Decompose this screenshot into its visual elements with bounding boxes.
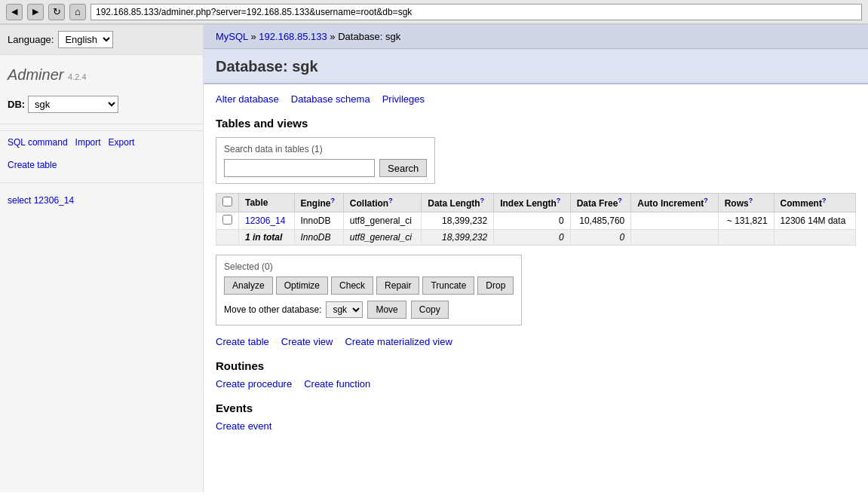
th-comment: Comment? (774, 194, 855, 212)
db-header: Database: sgk (204, 49, 868, 84)
database-schema-link[interactable]: Database schema (291, 93, 370, 105)
home-button[interactable]: ⌂ (69, 4, 86, 20)
forward-button[interactable]: ▶ (27, 4, 44, 20)
url-text: 192.168.85.133/adminer.php?server=192.16… (96, 7, 412, 17)
tables-table: Table Engine? Collation? Data Length? In (216, 193, 856, 246)
row-engine: InnoDB (294, 212, 343, 230)
db-row: DB: sgk (0, 91, 203, 118)
check-button[interactable]: Check (331, 277, 373, 295)
row-checkbox[interactable] (222, 215, 232, 225)
main-content: MySQL » 192.168.85.133 » Database: sgk D… (204, 25, 868, 492)
repair-button[interactable]: Repair (376, 277, 419, 295)
sidebar-select-section: select 12306_14 (0, 189, 203, 212)
back-button[interactable]: ◀ (6, 4, 23, 20)
table-row: 12306_14 InnoDB utf8_general_ci 18,399,2… (216, 212, 856, 230)
search-input[interactable] (224, 159, 375, 177)
create-view-link[interactable]: Create view (281, 336, 333, 347)
total-index-length: 0 (494, 230, 570, 246)
row-data-length: 18,399,232 (422, 212, 494, 230)
row-index-length: 0 (494, 212, 570, 230)
refresh-button[interactable]: ↻ (48, 4, 65, 20)
import-link[interactable]: Import (75, 137, 101, 148)
search-row: Search (224, 159, 427, 177)
language-select[interactable]: English (58, 31, 113, 48)
total-auto-increment (631, 230, 718, 246)
row-collation: utf8_general_ci (343, 212, 421, 230)
select-all-checkbox[interactable] (222, 197, 232, 206)
row-data-free: 10,485,760 (570, 212, 631, 230)
breadcrumb-database: Database: sgk (338, 31, 400, 42)
move-button[interactable]: Move (367, 301, 406, 319)
copy-button[interactable]: Copy (411, 301, 449, 319)
move-label: Move to other database: (224, 304, 321, 315)
th-collation: Collation? (343, 194, 421, 212)
total-row: 1 in total InnoDB utf8_general_ci 18,399… (216, 230, 856, 246)
optimize-button[interactable]: Optimize (276, 277, 328, 295)
selected-box: Selected (0) Analyze Optimize Check Repa… (216, 255, 522, 325)
th-rows: Rows? (718, 194, 774, 212)
total-engine: InnoDB (294, 230, 343, 246)
th-table: Table (239, 194, 295, 212)
drop-button[interactable]: Drop (477, 277, 514, 295)
selected-box-label: Selected (0) (224, 261, 514, 272)
sidebar-select-link[interactable]: select 12306_14 (8, 194, 195, 207)
move-row: Move to other database: sgk Move Copy (224, 301, 514, 319)
total-data-length: 18,399,232 (422, 230, 494, 246)
routines-title: Routines (216, 359, 856, 372)
breadcrumb-server[interactable]: 192.168.85.133 (259, 31, 327, 42)
total-checkbox-cell (216, 230, 239, 246)
page-layout: Language: English Adminer 4.2.4 DB: sgk … (0, 25, 868, 492)
sql-command-link[interactable]: SQL command (8, 137, 68, 148)
total-comment (774, 230, 855, 246)
sidebar-create-table-link[interactable]: Create table (8, 158, 195, 172)
content-body: Alter database Database schema Privilege… (204, 84, 868, 441)
breadcrumb-sep2: » (330, 31, 335, 42)
browser-chrome: ◀ ▶ ↻ ⌂ 192.168.85.133/adminer.php?serve… (0, 0, 868, 25)
language-label: Language: (8, 34, 54, 45)
alter-database-link[interactable]: Alter database (216, 93, 279, 105)
th-engine: Engine? (294, 194, 343, 212)
analyze-button[interactable]: Analyze (224, 277, 273, 295)
total-collation: utf8_general_ci (343, 230, 421, 246)
page-title: Database: sgk (216, 58, 856, 75)
sidebar-divider (0, 124, 203, 124)
breadcrumb-sep1: » (250, 31, 256, 42)
privileges-link[interactable]: Privileges (382, 93, 425, 105)
export-link[interactable]: Export (109, 137, 135, 148)
table-name-link[interactable]: 12306_14 (245, 215, 285, 226)
browser-toolbar: ◀ ▶ ↻ ⌂ 192.168.85.133/adminer.php?serve… (0, 0, 868, 24)
th-data-length: Data Length? (422, 194, 494, 212)
move-select[interactable]: sgk (326, 301, 363, 318)
sidebar-divider2 (0, 182, 203, 183)
row-checkbox-cell (216, 212, 239, 230)
breadcrumb-bar: MySQL » 192.168.85.133 » Database: sgk (204, 25, 868, 49)
row-table-name: 12306_14 (239, 212, 295, 230)
total-label: 1 in total (239, 230, 295, 246)
db-select[interactable]: sgk (28, 96, 118, 113)
total-data-free: 0 (570, 230, 631, 246)
breadcrumb-mysql[interactable]: MySQL (216, 31, 248, 42)
create-event-link[interactable]: Create event (216, 420, 271, 432)
tables-section-title: Tables and views (216, 117, 856, 130)
th-data-free: Data Free? (570, 194, 631, 212)
sidebar-nav-links: SQL command Import Export (0, 130, 203, 154)
truncate-button[interactable]: Truncate (422, 277, 474, 295)
search-button[interactable]: Search (379, 159, 427, 177)
bottom-links: Create table Create view Create material… (216, 336, 856, 347)
th-auto-increment: Auto Increment? (631, 194, 718, 212)
th-checkbox (216, 194, 239, 212)
search-box-label: Search data in tables (1) (224, 144, 427, 154)
create-table-link[interactable]: Create table (216, 336, 269, 347)
row-comment: 12306 14M data (774, 212, 855, 230)
events-title: Events (216, 402, 856, 414)
address-bar: 192.168.85.133/adminer.php?server=192.16… (90, 4, 862, 20)
language-bar: Language: English (0, 25, 203, 55)
db-label: DB: (8, 99, 25, 110)
row-rows: ~ 131,821 (718, 212, 774, 230)
action-buttons: Analyze Optimize Check Repair Truncate D… (224, 277, 514, 295)
create-materialized-view-link[interactable]: Create materialized view (345, 336, 452, 347)
sidebar: Language: English Adminer 4.2.4 DB: sgk … (0, 25, 204, 492)
create-function-link[interactable]: Create function (304, 378, 370, 390)
app-version: 4.2.4 (68, 72, 86, 81)
create-procedure-link[interactable]: Create procedure (216, 378, 292, 390)
